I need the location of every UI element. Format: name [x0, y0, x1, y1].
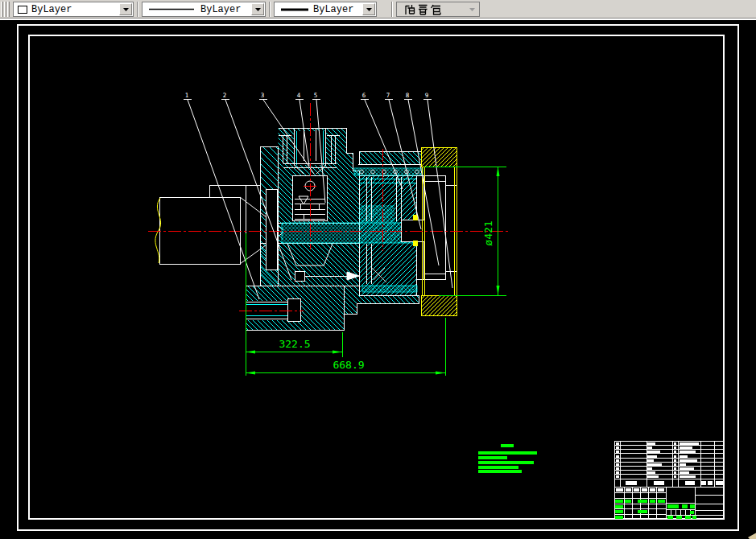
toolbar-separator [391, 2, 393, 17]
dim-overall-width: 668.9 [333, 359, 364, 371]
svg-text:2: 2 [223, 92, 227, 99]
plot-style-value-glyphs [405, 4, 442, 15]
cursor-fragment [748, 533, 756, 539]
plot-style-control: 随颜色 [396, 2, 480, 17]
svg-text:8: 8 [406, 92, 410, 99]
bom-text-blobs [616, 442, 723, 485]
svg-text:5: 5 [314, 92, 318, 99]
toolbar-grip[interactable] [7, 2, 10, 17]
lineweight-control[interactable]: ByLayer [274, 2, 377, 17]
callout-numbers: 1 2 3 4 5 6 7 8 9 [185, 92, 429, 99]
assembly-section-view: 1 2 3 4 5 6 7 8 9 322.5 668 [148, 92, 509, 376]
color-control[interactable]: ByLayer [13, 2, 134, 17]
dim-diameter: ø421 [482, 220, 494, 245]
svg-text:1: 1 [185, 92, 189, 99]
linetype-dropdown-arrow[interactable] [251, 3, 264, 15]
linetype-sample [149, 8, 194, 10]
toolbar-separator [137, 2, 138, 17]
drawing-canvas[interactable]: 1 2 3 4 5 6 7 8 9 322.5 668 [0, 0, 756, 539]
foot-bolt [244, 299, 301, 322]
toolbar-separator [269, 2, 271, 17]
toolbar-grip[interactable] [1, 2, 3, 17]
svg-text:7: 7 [386, 92, 390, 99]
lineweight-sample [281, 8, 308, 11]
svg-text:4: 4 [297, 92, 301, 99]
svg-text:6: 6 [362, 92, 366, 99]
svg-text:9: 9 [425, 92, 429, 99]
svg-text:3: 3 [261, 92, 265, 99]
dim-inner-width: 322.5 [279, 338, 310, 350]
plot-style-dropdown-arrow [465, 3, 478, 15]
toolbar-grip[interactable] [4, 2, 6, 17]
linetype-control[interactable]: ByLayer [142, 2, 266, 17]
lineweight-dropdown-arrow[interactable] [362, 3, 375, 15]
technical-notes [478, 444, 537, 474]
properties-toolbar: ByLayer ByLayer ByLayer 随颜色 [0, 0, 756, 19]
title-block [614, 441, 725, 520]
color-value: ByLayer [31, 4, 72, 15]
color-swatch [18, 6, 27, 14]
lineweight-value: ByLayer [313, 4, 353, 15]
color-dropdown-arrow[interactable] [119, 3, 132, 15]
linetype-value: ByLayer [200, 4, 241, 15]
